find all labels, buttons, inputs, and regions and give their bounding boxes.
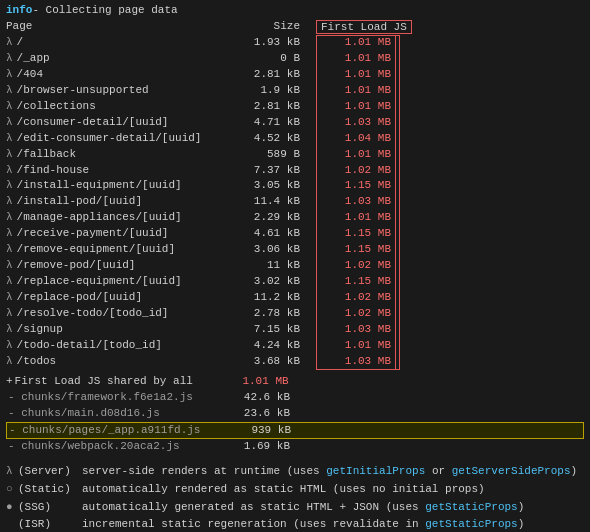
legend-text: automatically rendered as static HTML (u… xyxy=(82,481,485,499)
table-row: λ /todos 3.68 kB 1.03 MB xyxy=(6,354,584,370)
page-name: /todo-detail/[todo_id] xyxy=(17,338,162,354)
table-row: λ /remove-pod/[uuid] 11 kB 1.02 MB xyxy=(6,258,584,274)
legend-text: automatically generated as static HTML +… xyxy=(82,499,524,517)
js-cell: 1.01 MB xyxy=(316,83,396,99)
table-row: λ /consumer-detail/[uuid] 4.71 kB 1.03 M… xyxy=(6,115,584,131)
page-name: /find-house xyxy=(17,163,90,179)
page-cell: λ /todo-detail/[todo_id] xyxy=(6,338,246,354)
js-cell: 1.03 MB xyxy=(316,322,396,338)
info-label: info xyxy=(6,4,32,16)
legend-type: (SSG) xyxy=(18,499,82,517)
size-cell: 11 kB xyxy=(246,258,316,274)
js-cell: 1.15 MB xyxy=(316,178,396,194)
page-name: /receive-payment/[uuid] xyxy=(17,226,169,242)
js-cell: 1.02 MB xyxy=(316,258,396,274)
table-row: λ /manage-appliances/[uuid] 2.29 kB 1.01… xyxy=(6,210,584,226)
legend-text-part: automatically generated as static HTML +… xyxy=(82,501,425,513)
page-name: /install-equipment/[uuid] xyxy=(17,178,182,194)
legend-link: getStaticProps xyxy=(425,501,517,513)
table-row: λ /remove-equipment/[uuid] 3.06 kB 1.15 … xyxy=(6,242,584,258)
table-row: λ /todo-detail/[todo_id] 4.24 kB 1.01 MB xyxy=(6,338,584,354)
legend-link: getServerSideProps xyxy=(452,465,571,477)
page-cell: λ /replace-equipment/[uuid] xyxy=(6,274,246,290)
table-row: λ /replace-equipment/[uuid] 3.02 kB 1.15… xyxy=(6,274,584,290)
js-cell: 1.01 MB xyxy=(316,99,396,115)
page-cell: λ /todos xyxy=(6,354,246,370)
lambda-symbol: λ xyxy=(6,99,13,115)
size-cell: 2.81 kB xyxy=(246,67,316,83)
js-cell: 1.02 MB xyxy=(316,163,396,179)
table-row: λ /find-house 7.37 kB 1.02 MB xyxy=(6,163,584,179)
col-header-page: Page xyxy=(6,20,246,34)
legend-text-part: ) xyxy=(518,518,525,530)
legend-symbol: ● xyxy=(6,499,18,517)
table-row: λ /collections 2.81 kB 1.01 MB xyxy=(6,99,584,115)
lambda-symbol: λ xyxy=(6,163,13,179)
page-name: /resolve-todo/[todo_id] xyxy=(17,306,169,322)
size-cell: 2.29 kB xyxy=(246,210,316,226)
lambda-symbol: λ xyxy=(6,51,13,67)
page-cell: λ /fallback xyxy=(6,147,246,163)
js-cell: 1.03 MB xyxy=(316,115,396,131)
main-container: info - Collecting page data Page Size Fi… xyxy=(0,0,590,532)
lambda-symbol: λ xyxy=(6,226,13,242)
lambda-symbol: λ xyxy=(6,131,13,147)
size-cell: 2.78 kB xyxy=(246,306,316,322)
js-cell: 1.03 MB xyxy=(316,354,396,370)
page-cell: λ /install-pod/[uuid] xyxy=(6,194,246,210)
lambda-symbol: λ xyxy=(6,258,13,274)
legend-symbol: ○ xyxy=(6,481,18,499)
lambda-symbol: λ xyxy=(6,242,13,258)
table-row: λ /404 2.81 kB 1.01 MB xyxy=(6,67,584,83)
size-cell: 3.05 kB xyxy=(246,178,316,194)
page-name: /remove-equipment/[uuid] xyxy=(17,242,175,258)
pages-table: Page Size First Load JS λ / 1.93 kB 1.01… xyxy=(6,20,584,370)
shared-size: 1.01 MB xyxy=(235,374,305,390)
js-cell: 1.01 MB xyxy=(316,147,396,163)
size-cell: 11.4 kB xyxy=(246,194,316,210)
plus-icon: + xyxy=(6,374,13,390)
js-cell: 1.02 MB xyxy=(316,290,396,306)
legend-type: (ISR) xyxy=(18,516,82,532)
legend-symbol: λ xyxy=(6,463,18,481)
legend-text-part: or xyxy=(425,465,451,477)
size-cell: 4.71 kB xyxy=(246,115,316,131)
js-cell: 1.03 MB xyxy=(316,194,396,210)
header-line: info - Collecting page data xyxy=(6,4,584,16)
lambda-symbol: λ xyxy=(6,115,13,131)
page-name: /edit-consumer-detail/[uuid] xyxy=(17,131,202,147)
lambda-symbol: λ xyxy=(6,83,13,99)
legend-text-part: server-side renders at runtime (uses xyxy=(82,465,326,477)
page-cell: λ /_app xyxy=(6,51,246,67)
shared-section: + First Load JS shared by all 1.01 MB - … xyxy=(6,374,584,456)
page-cell: λ /404 xyxy=(6,67,246,83)
page-cell: λ /receive-payment/[uuid] xyxy=(6,226,246,242)
legend-type: (Server) xyxy=(18,463,82,481)
lambda-symbol: λ xyxy=(6,274,13,290)
size-cell: 589 B xyxy=(246,147,316,163)
chunk-row: - chunks/pages/_app.a911fd.js 939 kB xyxy=(6,422,584,440)
size-cell: 4.24 kB xyxy=(246,338,316,354)
size-cell: 3.02 kB xyxy=(246,274,316,290)
table-row: λ /receive-payment/[uuid] 4.61 kB 1.15 M… xyxy=(6,226,584,242)
legend-text-part: incremental static regeneration (uses re… xyxy=(82,518,425,530)
page-cell: λ /remove-pod/[uuid] xyxy=(6,258,246,274)
size-cell: 2.81 kB xyxy=(246,99,316,115)
page-cell: λ /consumer-detail/[uuid] xyxy=(6,115,246,131)
chunk-name: - chunks/pages/_app.a911fd.js xyxy=(7,423,237,439)
size-cell: 1.9 kB xyxy=(246,83,316,99)
header-subtitle: - Collecting page data xyxy=(32,4,177,16)
legend-row: (ISR) incremental static regeneration (u… xyxy=(6,516,584,532)
js-cell: 1.01 MB xyxy=(316,67,396,83)
js-cell: 1.01 MB xyxy=(316,51,396,67)
col-header-first-load: First Load JS xyxy=(316,20,412,34)
lambda-symbol: λ xyxy=(6,67,13,83)
lambda-symbol: λ xyxy=(6,178,13,194)
js-cell: 1.15 MB xyxy=(316,226,396,242)
legend-text: server-side renders at runtime (uses get… xyxy=(82,463,577,481)
legend-text: incremental static regeneration (uses re… xyxy=(82,516,524,532)
size-cell: 4.61 kB xyxy=(246,226,316,242)
legend-text-part: automatically rendered as static HTML (u… xyxy=(82,483,485,495)
table-row: λ /signup 7.15 kB 1.03 MB xyxy=(6,322,584,338)
legend-row: ● (SSG) automatically generated as stati… xyxy=(6,499,584,517)
